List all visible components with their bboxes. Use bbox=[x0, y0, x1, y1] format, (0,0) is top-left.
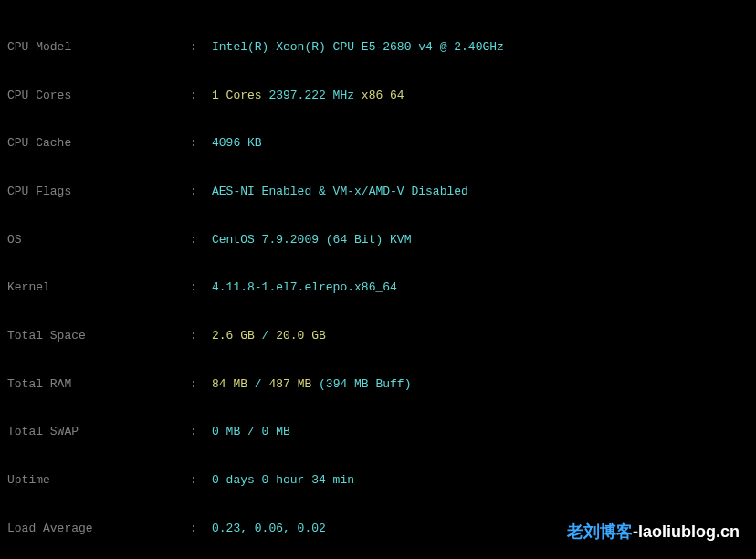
value: CentOS 7.9.2009 (64 Bit) KVM bbox=[212, 232, 749, 248]
label: Total SWAP bbox=[7, 424, 190, 440]
value: 2.6 GB / 20.0 GB bbox=[212, 328, 749, 344]
row-total-swap: Total SWAP: 0 MB / 0 MB bbox=[7, 424, 749, 440]
label: OS bbox=[7, 232, 190, 248]
row-total-space: Total Space: 2.6 GB / 20.0 GB bbox=[7, 328, 749, 344]
row-os: OS: CentOS 7.9.2009 (64 Bit) KVM bbox=[7, 232, 749, 248]
value: 0 days 0 hour 34 min bbox=[212, 472, 749, 489]
row-kernel: Kernel: 4.11.8-1.el7.elrepo.x86_64 bbox=[7, 280, 749, 296]
value: AES-NI Enabled & VM-x/AMD-V Disabled bbox=[212, 184, 749, 200]
label: Kernel bbox=[7, 280, 190, 296]
watermark: 老刘博客-laoliublog.cn bbox=[567, 521, 740, 543]
row-cpu-model: CPU Model: Intel(R) Xeon(R) CPU E5-2680 … bbox=[7, 39, 749, 56]
label: CPU Flags bbox=[7, 184, 190, 200]
label: Total RAM bbox=[7, 376, 190, 393]
watermark-en: laoliublog.cn bbox=[638, 522, 740, 541]
value: Intel(R) Xeon(R) CPU E5-2680 v4 @ 2.40GH… bbox=[212, 39, 749, 56]
row-total-ram: Total RAM: 84 MB / 487 MB (394 MB Buff) bbox=[7, 376, 749, 393]
value: 4096 KB bbox=[212, 135, 749, 152]
row-cpu-flags: CPU Flags: AES-NI Enabled & VM-x/AMD-V D… bbox=[7, 184, 749, 200]
watermark-cn: 老刘博客 bbox=[567, 522, 633, 541]
label: Total Space bbox=[7, 328, 190, 344]
row-cpu-cache: CPU Cache: 4096 KB bbox=[7, 135, 749, 152]
value: 0 MB / 0 MB bbox=[212, 424, 749, 440]
label: CPU Cores bbox=[7, 88, 190, 104]
value: 4.11.8-1.el7.elrepo.x86_64 bbox=[212, 280, 749, 296]
label: CPU Cache bbox=[7, 135, 190, 152]
value: 84 MB / 487 MB (394 MB Buff) bbox=[212, 376, 749, 393]
row-uptime: Uptime: 0 days 0 hour 34 min bbox=[7, 472, 749, 489]
value: 1 Cores 2397.222 MHz x86_64 bbox=[212, 88, 749, 104]
label: Load Average bbox=[7, 521, 190, 537]
label: Uptime bbox=[7, 472, 190, 489]
label: CPU Model bbox=[7, 39, 190, 56]
row-cpu-cores: CPU Cores: 1 Cores 2397.222 MHz x86_64 bbox=[7, 88, 749, 104]
terminal-output: CPU Model: Intel(R) Xeon(R) CPU E5-2680 … bbox=[7, 7, 749, 559]
